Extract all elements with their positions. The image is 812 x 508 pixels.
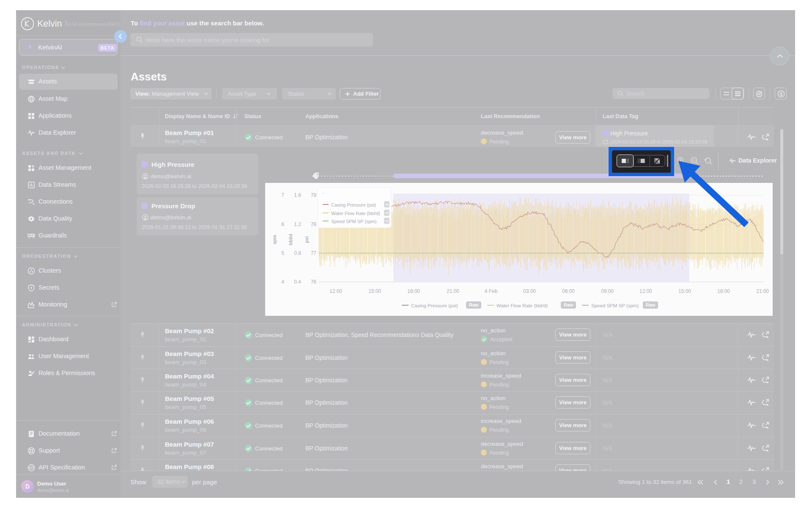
svg-text:12:00: 12:00: [329, 288, 342, 294]
svg-text:78: 78: [311, 221, 317, 227]
svg-text:Raw: Raw: [469, 302, 479, 307]
svg-text:15:00: 15:00: [368, 288, 381, 294]
svg-text:06:00: 06:00: [562, 288, 575, 294]
svg-text:4: 4: [281, 279, 284, 285]
svg-text:21:00: 21:00: [447, 288, 459, 294]
svg-text:Casing Pressure (psi): Casing Pressure (psi): [411, 303, 458, 308]
svg-text:18:00: 18:00: [407, 288, 420, 294]
svg-text:1.2: 1.2: [294, 221, 301, 227]
svg-text:Speed SPM SP (spm): Speed SPM SP (spm): [591, 303, 639, 308]
svg-text:Kelvin: Kelvin: [37, 19, 62, 29]
svg-text:0.8: 0.8: [294, 250, 301, 256]
svg-text:1.6: 1.6: [294, 192, 301, 198]
svg-text:-: -: [323, 190, 324, 195]
svg-text:Raw: Raw: [564, 302, 573, 307]
svg-text:psi: psi: [304, 236, 309, 243]
svg-text:6: 6: [281, 221, 284, 227]
svg-text:79: 79: [311, 192, 317, 198]
svg-text:21:00: 21:00: [756, 288, 769, 294]
svg-text:spm: spm: [272, 235, 277, 244]
svg-text:5: 5: [281, 250, 284, 256]
svg-text:09:00: 09:00: [601, 288, 614, 294]
svg-text:12:00: 12:00: [639, 288, 652, 294]
svg-text:Water Flow Rate (bbl/d): Water Flow Rate (bbl/d): [331, 211, 380, 216]
svg-text:Water Flow Rate (bbl/d): Water Flow Rate (bbl/d): [497, 303, 548, 308]
svg-text:15:00: 15:00: [678, 288, 691, 294]
svg-text:77: 77: [311, 250, 317, 256]
svg-text:18:00: 18:00: [717, 288, 730, 294]
svg-text:Speed SPM SP (spm): Speed SPM SP (spm): [331, 219, 376, 224]
svg-text:76: 76: [311, 279, 317, 285]
svg-text:bbl/d: bbl/d: [288, 234, 293, 245]
svg-text:4 Feb: 4 Feb: [485, 288, 498, 294]
svg-text:Casing Pressure (psi): Casing Pressure (psi): [331, 202, 376, 207]
svg-text:Raw: Raw: [646, 302, 656, 307]
svg-text:0.4: 0.4: [294, 279, 301, 285]
svg-text:7: 7: [281, 192, 284, 198]
svg-text:03:00: 03:00: [523, 288, 536, 294]
